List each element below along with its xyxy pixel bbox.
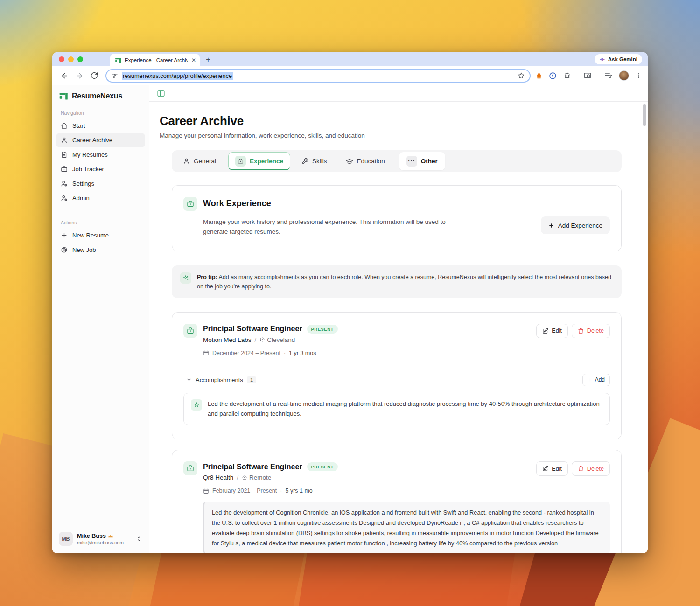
user-shield-icon	[61, 195, 68, 202]
pro-tip-banner: Pro tip: Add as many accomplishments as …	[172, 265, 622, 298]
sidebar-action-new-resume[interactable]: New Resume	[56, 228, 145, 243]
company-name: Qr8 Health	[203, 474, 233, 481]
tab-other[interactable]: ··· Other	[399, 152, 445, 170]
browser-menu-kebab-icon[interactable]	[635, 72, 642, 79]
add-accomplishment-button[interactable]: Add	[582, 374, 610, 386]
job-location: Cleveland	[267, 336, 295, 343]
main-content: Career Archive Manage your personal info…	[149, 85, 648, 553]
location-icon	[259, 337, 265, 342]
wrench-icon	[301, 158, 308, 165]
tab-general[interactable]: General	[174, 152, 225, 170]
briefcase-icon	[61, 166, 68, 173]
duration: 5 yrs 1 mo	[285, 488, 312, 494]
forward-button[interactable]	[73, 69, 86, 82]
bookmark-star-icon[interactable]	[518, 72, 525, 79]
delete-button[interactable]: Delete	[572, 324, 610, 338]
ask-gemini-button[interactable]: Ask Gemini	[595, 54, 642, 64]
page-title: Career Archive	[160, 114, 648, 128]
tab-skills[interactable]: Skills	[292, 152, 336, 170]
present-badge: PRESENT	[307, 325, 338, 334]
job-location: Remote	[249, 474, 271, 481]
new-tab-button[interactable]: +	[203, 54, 214, 65]
app-brand-name: ResumeNexus	[72, 92, 122, 100]
job-title: Principal Software Engineer	[203, 325, 302, 333]
back-button[interactable]	[58, 69, 71, 82]
toolbar-separator	[598, 72, 598, 80]
app-logo[interactable]: ResumeNexus	[56, 90, 145, 107]
extension-circle-icon[interactable]	[549, 72, 557, 80]
calendar-icon	[203, 350, 209, 356]
plus-icon	[588, 377, 593, 383]
sidebar-action-new-job[interactable]: New Job	[56, 243, 145, 257]
briefcase-icon	[183, 461, 197, 475]
desktop-wallpaper: Experience - Career Archive | ✕ + Ask Ge…	[0, 0, 700, 606]
user-icon	[61, 137, 68, 144]
address-bar[interactable]: resumenexus.com/app/profile/experience	[105, 69, 531, 83]
zoom-window-button[interactable]	[77, 56, 83, 62]
scrollbar-thumb[interactable]	[643, 104, 646, 126]
home-icon	[61, 122, 68, 129]
sidebar-toggle-icon[interactable]	[157, 89, 165, 98]
extensions-puzzle-icon[interactable]	[563, 72, 571, 80]
minimize-window-button[interactable]	[68, 56, 74, 62]
target-icon	[61, 246, 68, 253]
sidebar-divider	[59, 211, 142, 211]
user-menu[interactable]: MB Mike Buss mike@mikebuss.com	[56, 529, 145, 549]
experience-card: Principal Software Engineer PRESENT Qr8 …	[172, 450, 622, 553]
experience-card: Principal Software Engineer PRESENT Moti…	[172, 312, 622, 440]
tab-experience[interactable]: Experience	[228, 152, 290, 170]
plus-icon	[61, 232, 68, 239]
toolbar-extensions	[535, 70, 643, 81]
browser-tab-strip: Experience - Career Archive | ✕ + Ask Ge…	[52, 52, 648, 66]
reload-button[interactable]	[88, 69, 101, 82]
tab-close-icon[interactable]: ✕	[191, 57, 196, 63]
resumenexus-logo-icon	[59, 91, 68, 101]
location-icon	[242, 475, 247, 481]
user-gear-icon	[61, 180, 68, 187]
date-range: February 2021 – Present	[212, 488, 277, 494]
tab-title: Experience - Career Archive |	[125, 57, 188, 63]
tab-audio-list-icon[interactable]	[604, 71, 613, 80]
calendar-icon	[203, 488, 209, 494]
sidebar-item-admin[interactable]: Admin	[56, 191, 145, 205]
toolbar-separator	[577, 72, 577, 80]
pro-tip-label: Pro tip:	[197, 274, 217, 280]
add-experience-button[interactable]: Add Experience	[541, 216, 610, 234]
delete-button[interactable]: Delete	[572, 461, 610, 476]
user-email: mike@mikebuss.com	[77, 540, 132, 545]
briefcase-icon	[235, 156, 246, 167]
page-subtitle: Manage your personal information, work e…	[160, 132, 648, 139]
tab-education[interactable]: Education	[336, 152, 394, 170]
extension-flame-icon[interactable]	[535, 72, 543, 79]
browser-tab[interactable]: Experience - Career Archive | ✕	[110, 54, 200, 66]
chevron-down-icon	[186, 377, 192, 383]
topbar-divider	[171, 90, 171, 97]
sparkles-icon	[180, 272, 191, 284]
site-settings-icon[interactable]	[111, 72, 118, 79]
accomplishments-toggle[interactable]: Accomplishments 1	[186, 376, 582, 383]
sidebar-item-start[interactable]: Start	[56, 118, 145, 133]
trash-icon	[578, 466, 584, 472]
browser-profile-avatar[interactable]	[619, 70, 629, 81]
sidebar-item-career-archive[interactable]: Career Archive	[56, 133, 145, 147]
sidebar-section-actions: Actions	[56, 217, 145, 228]
section-title: Work Experience	[203, 199, 271, 209]
close-window-button[interactable]	[59, 56, 64, 62]
accomplishment-item[interactable]: Led the development of a real-time medic…	[183, 393, 610, 425]
reading-mode-icon[interactable]	[583, 71, 592, 80]
job-title: Principal Software Engineer	[203, 463, 302, 471]
page-scroll-area[interactable]: Career Archive Manage your personal info…	[149, 102, 648, 553]
sidebar-item-settings[interactable]: Settings	[56, 176, 145, 191]
star-icon	[191, 399, 202, 411]
edit-button[interactable]: Edit	[536, 461, 568, 476]
crown-icon	[108, 533, 113, 539]
briefcase-icon	[183, 324, 197, 338]
sidebar-item-job-tracker[interactable]: Job Tracker	[56, 162, 145, 176]
work-experience-card: Work Experience Add Experience Manage yo…	[172, 185, 622, 251]
trash-icon	[578, 328, 584, 334]
url-text[interactable]: resumenexus.com/app/profile/experience	[122, 72, 233, 80]
section-description: Manage your work history and professiona…	[203, 217, 457, 237]
edit-button[interactable]: Edit	[536, 324, 568, 338]
sidebar-item-my-resumes[interactable]: My Resumes	[56, 147, 145, 162]
company-name: Motion Med Labs	[203, 336, 252, 343]
